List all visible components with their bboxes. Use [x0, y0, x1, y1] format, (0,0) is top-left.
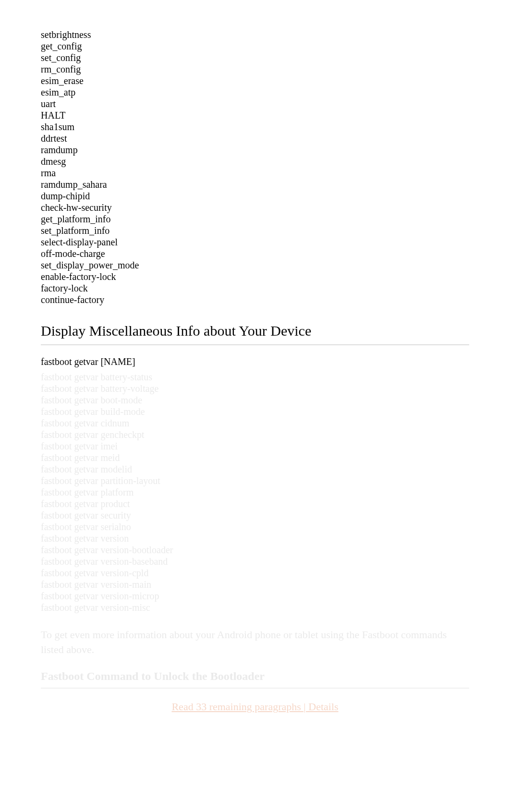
getvar-command-item: fastboot getvar security	[41, 509, 469, 521]
command-item: factory-lock	[41, 282, 469, 294]
getvar-command-item: fastboot getvar version-baseband	[41, 556, 469, 567]
section-title-unlock-bootloader: Fastboot Command to Unlock the Bootloade…	[41, 669, 469, 683]
getvar-command-item: fastboot getvar imei	[41, 440, 469, 452]
command-item: continue-factory	[41, 294, 469, 305]
command-item: get_platform_info	[41, 213, 469, 225]
description-paragraph: To get even more information about your …	[41, 628, 469, 657]
section-divider-faded	[41, 688, 469, 689]
bottom-whitespace	[41, 714, 469, 812]
command-item: setbrightness	[41, 29, 469, 40]
getvar-command-item: fastboot getvar gencheckpt	[41, 429, 469, 440]
command-item: ramdump_sahara	[41, 179, 469, 190]
command-item: dmesg	[41, 156, 469, 167]
command-item: HALT	[41, 109, 469, 121]
getvar-command-item: fastboot getvar serialno	[41, 521, 469, 533]
command-item: rma	[41, 167, 469, 179]
command-item: dump-chipid	[41, 190, 469, 202]
command-item: ddrtest	[41, 133, 469, 144]
getvar-command-item: fastboot getvar version-cpld	[41, 567, 469, 579]
read-more-link[interactable]: Read 33 remaining paragraphs | Details	[41, 701, 469, 713]
command-item: esim_atp	[41, 86, 469, 98]
getvar-command-list: fastboot getvar battery-statusfastboot g…	[41, 371, 469, 613]
getvar-command-item: fastboot getvar version-main	[41, 579, 469, 590]
getvar-command-item: fastboot getvar version-misc	[41, 602, 469, 613]
getvar-command-item: fastboot getvar partition-layout	[41, 475, 469, 486]
section-title-misc-info: Display Miscellaneous Info about Your De…	[41, 322, 469, 339]
getvar-command-item: fastboot getvar battery-voltage	[41, 383, 469, 394]
command-item: get_config	[41, 40, 469, 52]
getvar-command-item: fastboot getvar version-microp	[41, 590, 469, 602]
getvar-command-item: fastboot getvar boot-mode	[41, 394, 469, 406]
command-item: check-hw-security	[41, 202, 469, 213]
command-list: setbrightnessget_configset_configrm_conf…	[41, 29, 469, 305]
getvar-command-item: fastboot getvar modelid	[41, 463, 469, 475]
command-item: sha1sum	[41, 121, 469, 133]
getvar-command-item: fastboot getvar product	[41, 498, 469, 509]
section-divider	[41, 344, 469, 345]
command-item: rm_config	[41, 63, 469, 75]
command-item: set_display_power_mode	[41, 259, 469, 271]
command-item: enable-factory-lock	[41, 271, 469, 282]
command-item: esim_erase	[41, 75, 469, 86]
getvar-command-item: fastboot getvar meid	[41, 452, 469, 463]
code-header-getvar: fastboot getvar [NAME]	[41, 356, 469, 367]
getvar-command-item: fastboot getvar build-mode	[41, 406, 469, 417]
command-item: uart	[41, 98, 469, 109]
command-item: set_config	[41, 52, 469, 63]
command-item: off-mode-charge	[41, 248, 469, 259]
command-item: select-display-panel	[41, 236, 469, 248]
getvar-command-item: fastboot getvar cidnum	[41, 417, 469, 429]
command-item: set_platform_info	[41, 225, 469, 236]
getvar-command-item: fastboot getvar platform	[41, 486, 469, 498]
getvar-command-item: fastboot getvar version-bootloader	[41, 544, 469, 556]
command-item: ramdump	[41, 144, 469, 156]
getvar-command-item: fastboot getvar battery-status	[41, 371, 469, 383]
getvar-command-item: fastboot getvar version	[41, 533, 469, 544]
